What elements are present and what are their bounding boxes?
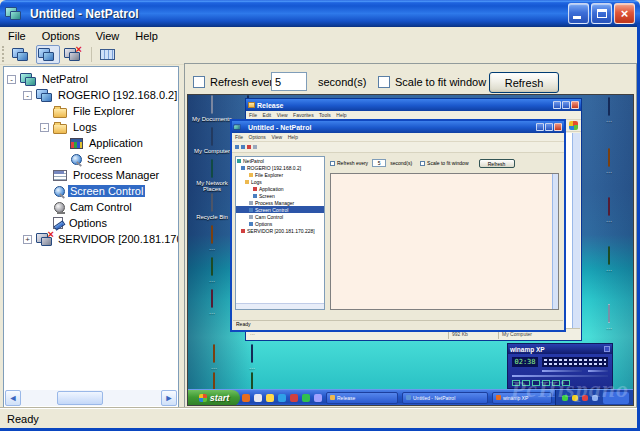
remote-icon-my-network[interactable]: My Network Places: [190, 160, 234, 192]
minimize-button[interactable]: [568, 3, 589, 24]
scale-checkbox[interactable]: [420, 161, 425, 166]
nested-tree-scrollbar[interactable]: [236, 303, 324, 309]
menu-file[interactable]: File: [0, 29, 34, 43]
start-button[interactable]: start: [188, 390, 240, 406]
tray-icon[interactable]: [592, 395, 598, 401]
scale-checkbox[interactable]: [378, 76, 390, 88]
quicklaunch-icon[interactable]: [242, 394, 250, 402]
remote-icon-lower2[interactable]: ···: [230, 345, 274, 371]
tree-item-netpatrol[interactable]: - NetPatrol: [4, 71, 178, 87]
winamp-title-bar[interactable]: winamp XP: [508, 344, 612, 354]
expander-icon[interactable]: -: [7, 75, 16, 84]
nested-title-bar[interactable]: Untitled - NetPatrol: [232, 121, 564, 133]
maximize-icon[interactable]: [562, 101, 570, 109]
disconnect-computer-icon[interactable]: [247, 145, 251, 149]
remote-icon-right5[interactable]: ···: [587, 305, 631, 331]
remote-icon-right1[interactable]: ···: [587, 98, 631, 124]
previous-icon[interactable]: [512, 380, 520, 386]
maximize-icon[interactable]: [545, 123, 553, 131]
winamp-window[interactable]: winamp XP 02:38: [507, 343, 613, 389]
remote-desktop-view[interactable]: My Documents My Computer My Network Plac…: [187, 94, 634, 406]
tray-icon[interactable]: [582, 395, 588, 401]
selected-tree-item[interactable]: Screen Control: [68, 185, 145, 197]
nested-toolbar[interactable]: [232, 142, 564, 153]
view-cards-button[interactable]: [97, 45, 121, 64]
volume-slider[interactable]: [542, 370, 582, 372]
scroll-right-icon[interactable]: ►: [161, 390, 177, 406]
scrollbar-thumb[interactable]: [57, 391, 103, 405]
refresh-every-checkbox[interactable]: [193, 76, 205, 88]
connect-computer-button[interactable]: [10, 45, 34, 64]
tree-item-cam-control[interactable]: Cam Control: [4, 199, 178, 215]
tree-item-screen[interactable]: Screen: [4, 151, 178, 167]
quicklaunch-icon[interactable]: [266, 394, 274, 402]
nested-netpatrol-window[interactable]: Untitled - NetPatrol File Options View H…: [230, 119, 566, 332]
refresh-button[interactable]: Refresh: [489, 72, 559, 93]
tree-item-file-explorer[interactable]: File Explorer: [4, 103, 178, 119]
toolbar-grip[interactable]: [2, 46, 5, 62]
active-computer-icon[interactable]: [241, 145, 245, 149]
expander-icon[interactable]: -: [40, 123, 49, 132]
expander-icon[interactable]: -: [23, 91, 32, 100]
remote-icon-right3[interactable]: ···: [587, 198, 631, 224]
maximize-button[interactable]: [591, 3, 612, 24]
balance-slider[interactable]: [588, 370, 608, 372]
menu-view[interactable]: View: [88, 29, 128, 43]
menu-options[interactable]: Options: [34, 29, 88, 43]
remote-icon-app3[interactable]: ···: [190, 290, 234, 316]
menu-help[interactable]: Help: [127, 29, 166, 43]
active-computer-button[interactable]: [36, 45, 60, 64]
remote-icon-recycle-bin[interactable]: Recycle Bin: [190, 194, 234, 220]
title-bar[interactable]: Untitled - NetPatrol ×: [0, 0, 640, 27]
tray-icon[interactable]: [572, 395, 578, 401]
taskbar-button-release[interactable]: Release: [326, 392, 398, 404]
seek-slider[interactable]: [512, 375, 608, 377]
nested-selected-item[interactable]: Screen Control: [236, 206, 324, 213]
release-title-bar[interactable]: Release: [246, 99, 581, 111]
nested-tree-panel[interactable]: NetPatrol ROGERIO [192.168.0.2] File Exp…: [235, 156, 325, 310]
nested-vertical-scrollbar[interactable]: [552, 174, 558, 309]
tree-item-logs[interactable]: - Logs: [4, 119, 178, 135]
tree-horizontal-scrollbar[interactable]: ◄ ►: [5, 390, 177, 406]
tree-item-application[interactable]: Application: [4, 135, 178, 151]
remote-icon-app2[interactable]: ···: [190, 258, 234, 284]
close-icon[interactable]: [571, 101, 579, 109]
taskbar-button-netpatrol[interactable]: Untitled - NetPatrol: [402, 392, 488, 404]
minimize-icon[interactable]: [536, 123, 544, 131]
quicklaunch-icon[interactable]: [278, 394, 286, 402]
expander-icon[interactable]: +: [23, 235, 32, 244]
stop-icon[interactable]: [542, 380, 550, 386]
interval-input[interactable]: [271, 72, 307, 91]
eject-icon[interactable]: [562, 380, 570, 386]
quicklaunch-icon[interactable]: [314, 394, 322, 402]
taskbar-button-winamp[interactable]: winamp XP: [492, 392, 552, 404]
quicklaunch-icon[interactable]: [254, 394, 262, 402]
quicklaunch-icon[interactable]: [290, 394, 298, 402]
connect-computer-icon[interactable]: [235, 145, 239, 149]
scroll-left-icon[interactable]: ◄: [5, 390, 21, 406]
minimize-icon[interactable]: [553, 101, 561, 109]
view-cards-icon[interactable]: [253, 145, 257, 149]
nested-menu-bar[interactable]: File Options View Help: [232, 133, 564, 142]
quicklaunch-icon[interactable]: [302, 394, 310, 402]
remote-icon-right4[interactable]: ···: [587, 247, 631, 273]
remote-icon-my-computer[interactable]: My Computer: [190, 128, 234, 154]
refresh-every-checkbox[interactable]: [330, 161, 335, 166]
disconnect-computer-button[interactable]: ×: [62, 45, 86, 64]
remote-icon-right2[interactable]: ···: [587, 149, 631, 175]
tree-item-rogerio[interactable]: - ROGERIO [192.168.0.2]: [4, 87, 178, 103]
tray-icon[interactable]: [562, 395, 568, 401]
remote-icon-app1[interactable]: ···: [190, 226, 234, 252]
next-icon[interactable]: [552, 380, 560, 386]
close-icon[interactable]: [554, 123, 562, 131]
close-button[interactable]: ×: [614, 3, 635, 24]
close-icon[interactable]: [604, 346, 610, 352]
pause-icon[interactable]: [532, 380, 540, 386]
interval-input[interactable]: 5: [372, 159, 386, 167]
tree-item-screen-control[interactable]: Screen Control: [4, 183, 178, 199]
tree-item-servidor[interactable]: + × SERVIDOR [200.181.170.228]: [4, 231, 178, 247]
play-icon[interactable]: [522, 380, 530, 386]
refresh-button[interactable]: Refresh: [479, 159, 515, 168]
tree-item-process-manager[interactable]: Process Manager: [4, 167, 178, 183]
tree-item-options[interactable]: Options: [4, 215, 178, 231]
